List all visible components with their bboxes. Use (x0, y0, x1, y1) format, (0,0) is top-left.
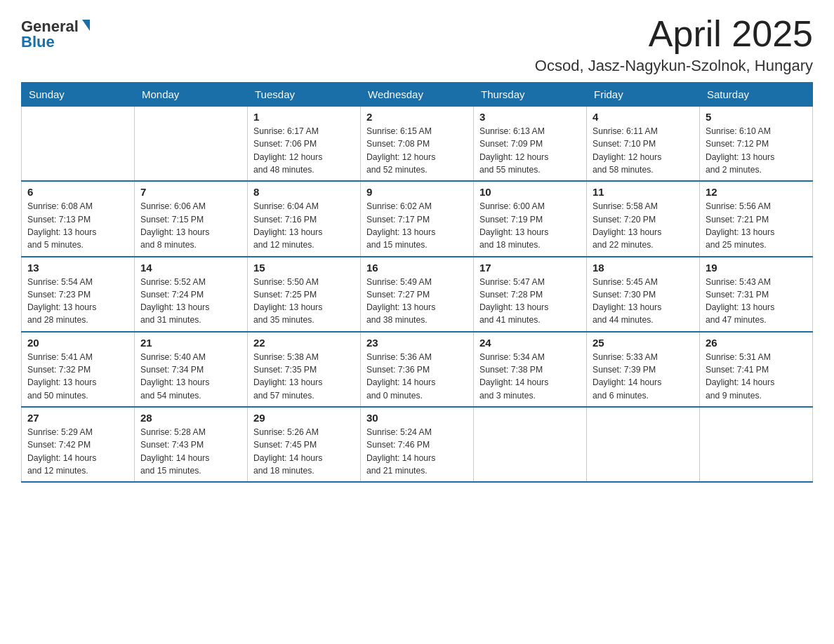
day-info: Sunrise: 6:06 AMSunset: 7:15 PMDaylight:… (140, 200, 241, 251)
calendar-cell: 5Sunrise: 6:10 AMSunset: 7:12 PMDaylight… (700, 107, 813, 182)
day-info: Sunrise: 5:38 AMSunset: 7:35 PMDaylight:… (253, 351, 355, 402)
calendar-cell: 9Sunrise: 6:02 AMSunset: 7:17 PMDaylight… (361, 181, 474, 256)
day-info: Sunrise: 5:45 AMSunset: 7:30 PMDaylight:… (593, 276, 694, 327)
day-info: Sunrise: 5:34 AMSunset: 7:38 PMDaylight:… (479, 351, 581, 402)
day-number: 15 (253, 262, 355, 274)
day-number: 6 (27, 186, 128, 198)
calendar-header-monday: Monday (135, 83, 248, 107)
day-number: 29 (253, 412, 355, 424)
calendar-header-wednesday: Wednesday (361, 83, 474, 107)
calendar-cell: 20Sunrise: 5:41 AMSunset: 7:32 PMDayligh… (22, 332, 135, 407)
calendar-cell: 7Sunrise: 6:06 AMSunset: 7:15 PMDaylight… (135, 181, 248, 256)
day-info: Sunrise: 5:58 AMSunset: 7:20 PMDaylight:… (593, 200, 694, 251)
calendar-header-tuesday: Tuesday (248, 83, 361, 107)
title-block: April 2025 Ocsod, Jasz-Nagykun-Szolnok, … (535, 14, 813, 75)
day-number: 25 (593, 337, 694, 349)
week-row-2: 6Sunrise: 6:08 AMSunset: 7:13 PMDaylight… (22, 181, 813, 256)
day-info: Sunrise: 6:08 AMSunset: 7:13 PMDaylight:… (27, 200, 128, 251)
week-row-3: 13Sunrise: 5:54 AMSunset: 7:23 PMDayligh… (22, 257, 813, 332)
day-number: 26 (706, 337, 807, 349)
calendar-header-saturday: Saturday (700, 83, 813, 107)
calendar-header-thursday: Thursday (474, 83, 587, 107)
day-number: 2 (366, 111, 468, 123)
month-title: April 2025 (535, 14, 813, 54)
calendar-cell: 26Sunrise: 5:31 AMSunset: 7:41 PMDayligh… (700, 332, 813, 407)
calendar-cell (700, 407, 813, 482)
day-number: 27 (27, 412, 128, 424)
day-number: 5 (706, 111, 807, 123)
day-info: Sunrise: 5:54 AMSunset: 7:23 PMDaylight:… (27, 276, 128, 327)
day-info: Sunrise: 6:13 AMSunset: 7:09 PMDaylight:… (479, 125, 581, 176)
day-number: 24 (479, 337, 581, 349)
calendar-cell: 25Sunrise: 5:33 AMSunset: 7:39 PMDayligh… (587, 332, 700, 407)
calendar-cell: 16Sunrise: 5:49 AMSunset: 7:27 PMDayligh… (361, 257, 474, 332)
logo-triangle-icon (82, 20, 90, 31)
day-info: Sunrise: 6:00 AMSunset: 7:19 PMDaylight:… (479, 200, 581, 251)
calendar-cell: 22Sunrise: 5:38 AMSunset: 7:35 PMDayligh… (248, 332, 361, 407)
day-number: 4 (593, 111, 694, 123)
calendar-cell: 24Sunrise: 5:34 AMSunset: 7:38 PMDayligh… (474, 332, 587, 407)
day-number: 13 (27, 262, 128, 274)
day-info: Sunrise: 5:50 AMSunset: 7:25 PMDaylight:… (253, 276, 355, 327)
calendar-cell: 10Sunrise: 6:00 AMSunset: 7:19 PMDayligh… (474, 181, 587, 256)
day-number: 7 (140, 186, 241, 198)
day-info: Sunrise: 5:24 AMSunset: 7:46 PMDaylight:… (366, 426, 468, 477)
calendar-cell: 17Sunrise: 5:47 AMSunset: 7:28 PMDayligh… (474, 257, 587, 332)
day-number: 3 (479, 111, 581, 123)
calendar-cell: 12Sunrise: 5:56 AMSunset: 7:21 PMDayligh… (700, 181, 813, 256)
calendar-header-friday: Friday (587, 83, 700, 107)
calendar-cell: 3Sunrise: 6:13 AMSunset: 7:09 PMDaylight… (474, 107, 587, 182)
day-info: Sunrise: 5:26 AMSunset: 7:45 PMDaylight:… (253, 426, 355, 477)
day-info: Sunrise: 6:02 AMSunset: 7:17 PMDaylight:… (366, 200, 468, 251)
day-info: Sunrise: 5:28 AMSunset: 7:43 PMDaylight:… (140, 426, 241, 477)
calendar-cell: 1Sunrise: 6:17 AMSunset: 7:06 PMDaylight… (248, 107, 361, 182)
calendar-cell: 19Sunrise: 5:43 AMSunset: 7:31 PMDayligh… (700, 257, 813, 332)
day-number: 19 (706, 262, 807, 274)
calendar-cell: 15Sunrise: 5:50 AMSunset: 7:25 PMDayligh… (248, 257, 361, 332)
day-info: Sunrise: 5:29 AMSunset: 7:42 PMDaylight:… (27, 426, 128, 477)
calendar-cell: 8Sunrise: 6:04 AMSunset: 7:16 PMDaylight… (248, 181, 361, 256)
day-info: Sunrise: 5:47 AMSunset: 7:28 PMDaylight:… (479, 276, 581, 327)
day-number: 23 (366, 337, 468, 349)
week-row-4: 20Sunrise: 5:41 AMSunset: 7:32 PMDayligh… (22, 332, 813, 407)
day-info: Sunrise: 5:33 AMSunset: 7:39 PMDaylight:… (593, 351, 694, 402)
day-number: 28 (140, 412, 241, 424)
day-info: Sunrise: 5:31 AMSunset: 7:41 PMDaylight:… (706, 351, 807, 402)
day-info: Sunrise: 5:56 AMSunset: 7:21 PMDaylight:… (706, 200, 807, 251)
calendar-cell: 6Sunrise: 6:08 AMSunset: 7:13 PMDaylight… (22, 181, 135, 256)
calendar-header-row: SundayMondayTuesdayWednesdayThursdayFrid… (22, 83, 813, 107)
day-number: 20 (27, 337, 128, 349)
logo-blue-text: Blue (21, 33, 55, 51)
day-info: Sunrise: 6:10 AMSunset: 7:12 PMDaylight:… (706, 125, 807, 176)
calendar-cell: 2Sunrise: 6:15 AMSunset: 7:08 PMDaylight… (361, 107, 474, 182)
calendar-cell (474, 407, 587, 482)
calendar-cell: 23Sunrise: 5:36 AMSunset: 7:36 PMDayligh… (361, 332, 474, 407)
calendar-cell: 11Sunrise: 5:58 AMSunset: 7:20 PMDayligh… (587, 181, 700, 256)
location-subtitle: Ocsod, Jasz-Nagykun-Szolnok, Hungary (535, 57, 813, 75)
calendar-cell: 27Sunrise: 5:29 AMSunset: 7:42 PMDayligh… (22, 407, 135, 482)
day-number: 9 (366, 186, 468, 198)
day-number: 30 (366, 412, 468, 424)
calendar-cell: 18Sunrise: 5:45 AMSunset: 7:30 PMDayligh… (587, 257, 700, 332)
calendar-header-sunday: Sunday (22, 83, 135, 107)
day-info: Sunrise: 5:49 AMSunset: 7:27 PMDaylight:… (366, 276, 468, 327)
calendar-cell (587, 407, 700, 482)
day-number: 22 (253, 337, 355, 349)
page-header: General Blue April 2025 Ocsod, Jasz-Nagy… (21, 14, 813, 75)
day-number: 11 (593, 186, 694, 198)
day-info: Sunrise: 6:04 AMSunset: 7:16 PMDaylight:… (253, 200, 355, 251)
day-info: Sunrise: 5:43 AMSunset: 7:31 PMDaylight:… (706, 276, 807, 327)
day-number: 16 (366, 262, 468, 274)
calendar-cell: 30Sunrise: 5:24 AMSunset: 7:46 PMDayligh… (361, 407, 474, 482)
day-number: 21 (140, 337, 241, 349)
calendar-cell: 14Sunrise: 5:52 AMSunset: 7:24 PMDayligh… (135, 257, 248, 332)
day-info: Sunrise: 5:52 AMSunset: 7:24 PMDaylight:… (140, 276, 241, 327)
calendar-cell: 4Sunrise: 6:11 AMSunset: 7:10 PMDaylight… (587, 107, 700, 182)
day-number: 10 (479, 186, 581, 198)
calendar-cell: 29Sunrise: 5:26 AMSunset: 7:45 PMDayligh… (248, 407, 361, 482)
day-number: 17 (479, 262, 581, 274)
day-number: 8 (253, 186, 355, 198)
calendar-table: SundayMondayTuesdayWednesdayThursdayFrid… (21, 82, 813, 483)
calendar-cell (135, 107, 248, 182)
day-info: Sunrise: 6:15 AMSunset: 7:08 PMDaylight:… (366, 125, 468, 176)
